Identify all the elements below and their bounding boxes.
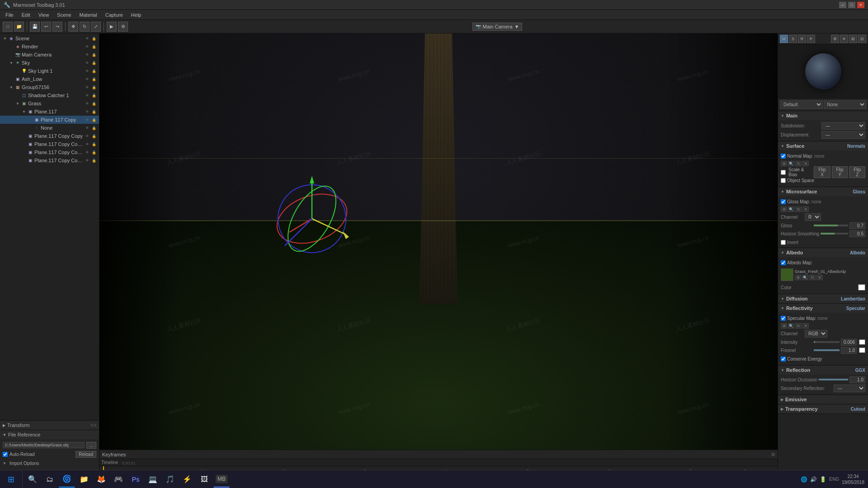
taskbar-app1[interactable]: 🎮 xyxy=(110,471,127,488)
main-section-header[interactable]: ▼ Main xyxy=(778,111,868,120)
specular-settings-btn[interactable]: ⚙ xyxy=(781,323,787,328)
gloss-clear-btn[interactable]: ✕ xyxy=(802,206,809,212)
microsurface-section-header[interactable]: ▼ Microsurface Gloss xyxy=(778,187,868,196)
rp-render-btn[interactable]: R xyxy=(798,35,806,43)
taskbar-ps[interactable]: Ps xyxy=(127,471,144,488)
tree-action-sl-lock[interactable]: 🔒 xyxy=(91,68,97,74)
taskbar-app4[interactable]: ⚡ xyxy=(179,471,195,488)
camera-selector[interactable]: 📷 Main Camera ▼ xyxy=(472,23,523,31)
tree-action-ash-vis[interactable]: 👁 xyxy=(84,76,90,82)
fresnel-swatch[interactable] xyxy=(859,347,865,353)
tree-action-pcccc-vis[interactable]: 👁 xyxy=(84,149,90,155)
taskbar-app3[interactable]: 🎵 xyxy=(162,471,178,488)
tree-action-lock[interactable]: 🔒 xyxy=(91,35,97,42)
timeline-expand[interactable]: ⊞ xyxy=(771,452,775,457)
tree-action-sky-vis[interactable]: 👁 xyxy=(84,60,90,66)
taskbar-search[interactable]: 🔍 xyxy=(24,471,41,488)
reflection-section-header[interactable]: ▼ Reflection GGX xyxy=(778,366,868,375)
taskbar-chrome[interactable]: 🦊 xyxy=(93,471,109,488)
tree-action-none-vis[interactable]: 👁 xyxy=(84,125,90,131)
toolbar-settings[interactable]: ⚙ xyxy=(118,22,128,32)
tree-action-gr-vis[interactable]: 👁 xyxy=(84,100,90,107)
flip-z-btn[interactable]: Flip Z xyxy=(849,166,865,178)
specular-clear-btn[interactable]: ✕ xyxy=(802,323,809,328)
toolbar-scale[interactable]: ⤢ xyxy=(91,22,101,32)
transparency-section-header[interactable]: ▶ Transparency Cutout xyxy=(778,404,868,413)
file-reference-header[interactable]: ▼ File Reference xyxy=(0,430,99,439)
tree-item-plane-ccccc[interactable]: ▣ Plane.117 Copy Copy Copy Copy Co 👁🔒 xyxy=(0,156,99,164)
maximize-button[interactable]: □ xyxy=(848,2,855,8)
albedo-map-checkbox[interactable] xyxy=(781,260,786,265)
normal-settings-btn[interactable]: ⚙ xyxy=(781,161,787,166)
tree-item-plane-copy-copy[interactable]: ▣ Plane.117 Copy Copy 👁🔒 xyxy=(0,132,99,140)
albedo-section-header[interactable]: ▼ Albedo Albedo xyxy=(778,248,868,257)
tree-action-pccccc-vis[interactable]: 👁 xyxy=(84,157,90,164)
horizon-occlusion-slider[interactable] xyxy=(819,379,848,380)
tree-action-cam-lock[interactable]: 🔒 xyxy=(91,52,97,58)
taskbar-marmoset[interactable]: MB xyxy=(213,471,230,488)
close-button[interactable]: ✕ xyxy=(857,2,864,8)
transform-header[interactable]: ▶ Transform 0.0 xyxy=(0,421,99,430)
tree-action-pcc-vis[interactable]: 👁 xyxy=(84,133,90,139)
auto-reload-checkbox[interactable] xyxy=(3,452,8,457)
surface-section-header[interactable]: ▼ Surface Normals xyxy=(778,141,868,150)
invert-checkbox[interactable] xyxy=(781,240,786,245)
rp-post-btn[interactable]: P xyxy=(807,35,815,43)
reload-btn[interactable]: Reload xyxy=(75,451,96,458)
tree-item-plane-ccc[interactable]: ▣ Plane.117 Copy Copy Copy 👁🔒 xyxy=(0,140,99,148)
reflectivity-section-header[interactable]: ▼ Reflectivity Specular xyxy=(778,304,868,313)
subdivision-select[interactable]: — xyxy=(821,122,865,130)
tray-battery[interactable]: 🔋 xyxy=(820,476,826,483)
toolbar-open[interactable]: 📁 xyxy=(14,22,24,32)
taskbar-app2[interactable]: 💻 xyxy=(145,471,161,488)
fresnel-slider[interactable] xyxy=(814,349,840,351)
tree-action-gr-lock[interactable]: 🔒 xyxy=(91,100,97,107)
tree-action-render-lock[interactable]: 🔒 xyxy=(91,43,97,50)
intensity-slider[interactable] xyxy=(814,341,840,343)
normal-clear-btn[interactable]: ✕ xyxy=(802,161,809,166)
toolbar-undo[interactable]: ↩ xyxy=(41,22,51,32)
tray-volume[interactable]: 🔊 xyxy=(810,476,817,483)
toolbar-render[interactable]: ▶ xyxy=(107,22,117,32)
tree-action-pcc-lock[interactable]: 🔒 xyxy=(91,133,97,139)
tree-action-none-lock[interactable]: 🔒 xyxy=(91,125,97,131)
albedo-search-btn[interactable]: 🔍 xyxy=(802,275,808,280)
minimize-button[interactable]: ─ xyxy=(839,2,846,8)
tray-time[interactable]: 22:34 19/05/2018 xyxy=(842,474,864,485)
conserve-energy-checkbox[interactable] xyxy=(781,357,786,361)
rp-material-btn[interactable]: M xyxy=(780,35,788,43)
channel-select[interactable]: RGBA xyxy=(805,213,821,221)
tree-item-main-camera[interactable]: 📷 Main Camera 👁🔒 xyxy=(0,51,99,59)
tray-network[interactable]: 🌐 xyxy=(801,476,807,483)
tree-action-pccccc-lock[interactable]: 🔒 xyxy=(91,157,97,164)
rp-close-btn[interactable]: ✕ xyxy=(840,35,848,43)
rp-settings-btn[interactable]: ⚙ xyxy=(831,35,839,43)
menu-capture[interactable]: Capture xyxy=(102,11,127,19)
flip-x-btn[interactable]: Flip X xyxy=(814,166,830,178)
preset-default-select[interactable]: Default xyxy=(780,100,823,109)
tree-item-sky[interactable]: ▼ ☀ Sky 👁🔒 xyxy=(0,59,99,67)
gloss-slider[interactable] xyxy=(814,225,848,226)
tree-item-render[interactable]: ◈ Render 👁🔒 xyxy=(0,42,99,51)
tree-item-plane-cccc[interactable]: ▣ Plane.117 Copy Copy Copy Copy 👁🔒 xyxy=(0,148,99,156)
tree-action-sky-lock[interactable]: 🔒 xyxy=(91,60,97,66)
rp-detach-btn[interactable]: ⊟ xyxy=(858,35,866,43)
normal-search-btn[interactable]: 🔍 xyxy=(788,161,794,166)
gloss-map-checkbox[interactable] xyxy=(781,199,786,204)
tree-item-sky-light-1[interactable]: 💡 Sky Light 1 👁🔒 xyxy=(0,67,99,75)
diffusion-section-header[interactable]: ▼ Diffusion Lambertian xyxy=(778,294,868,303)
taskbar-app5[interactable]: 🖼 xyxy=(196,471,212,488)
menu-edit[interactable]: Edit xyxy=(18,11,34,19)
flip-y-btn[interactable]: Flip Y xyxy=(832,166,848,178)
taskbar-edge[interactable]: 🌀 xyxy=(59,471,75,488)
scale-bias-checkbox[interactable] xyxy=(781,170,786,175)
tree-action-pcccc-lock[interactable]: 🔒 xyxy=(91,149,97,155)
file-path-input[interactable] xyxy=(3,442,85,448)
object-space-checkbox[interactable] xyxy=(781,178,786,183)
toolbar-move[interactable]: ✥ xyxy=(68,22,78,32)
preset-none-select[interactable]: None xyxy=(824,100,867,109)
albedo-clear-btn[interactable]: ✕ xyxy=(816,275,823,280)
albedo-color-swatch[interactable] xyxy=(858,284,865,291)
tree-action-pc-vis[interactable]: 👁 xyxy=(84,117,90,123)
tree-item-scene[interactable]: ▼ ◉ Scene 👁🔒 xyxy=(0,34,99,42)
